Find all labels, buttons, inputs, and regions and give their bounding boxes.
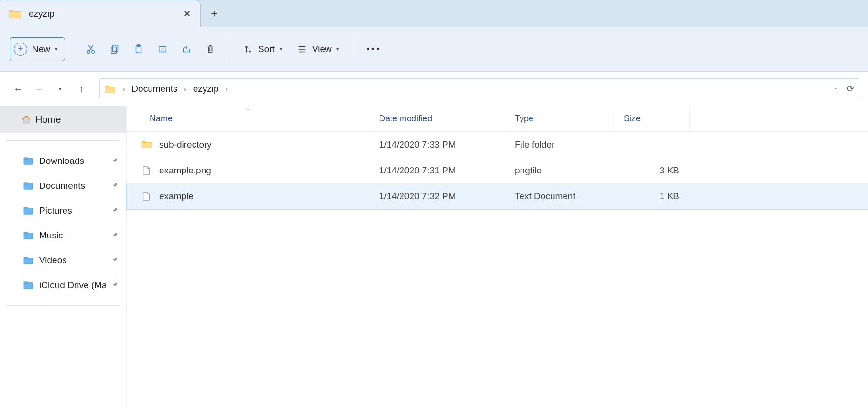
pin-icon[interactable] xyxy=(112,257,119,265)
new-button[interactable]: + New ▾ xyxy=(10,37,65,61)
close-tab-icon[interactable]: ✕ xyxy=(182,9,192,19)
sidebar-home[interactable]: Home xyxy=(0,106,126,133)
toolbar-divider xyxy=(229,38,229,61)
sidebar-item[interactable]: Pictures xyxy=(0,198,126,223)
file-row[interactable]: example.png 1/14/2020 7:31 PM pngfile 3 … xyxy=(127,158,868,183)
refresh-button[interactable]: ⟳ xyxy=(847,84,854,94)
file-row[interactable]: sub-directory 1/14/2020 7:33 PM File fol… xyxy=(127,132,868,158)
column-header-size[interactable]: Size xyxy=(615,106,690,131)
folder-icon xyxy=(23,231,33,240)
share-button[interactable] xyxy=(174,37,198,61)
delete-button[interactable] xyxy=(198,37,222,61)
tab-title: ezyzip xyxy=(29,9,182,19)
file-icon xyxy=(141,191,152,202)
column-header-type[interactable]: Type xyxy=(506,106,615,131)
up-button[interactable]: ↑ xyxy=(72,79,91,98)
more-icon: ••• xyxy=(367,44,381,54)
more-button[interactable]: ••• xyxy=(360,37,388,61)
svg-rect-5 xyxy=(111,47,117,53)
copy-icon xyxy=(109,44,120,54)
file-size: 1 KB xyxy=(615,191,690,202)
pin-icon[interactable] xyxy=(112,157,119,165)
pin-icon[interactable] xyxy=(112,207,119,215)
file-name: example xyxy=(159,191,194,202)
new-tab-button[interactable]: ＋ xyxy=(201,0,228,27)
sidebar-item[interactable]: iCloud Drive (Ma xyxy=(0,273,126,298)
view-icon xyxy=(297,44,307,54)
sidebar-home-label: Home xyxy=(35,114,61,125)
file-type: pngfile xyxy=(506,165,615,176)
file-date: 1/14/2020 7:32 PM xyxy=(370,191,506,202)
sidebar: Home Downloads Documents Pictures Music … xyxy=(0,106,127,408)
sort-label: Sort xyxy=(258,44,275,54)
folder-icon xyxy=(23,256,33,265)
sort-icon xyxy=(243,44,253,54)
share-icon xyxy=(181,44,192,54)
folder-icon xyxy=(23,182,33,190)
copy-button[interactable] xyxy=(103,37,127,61)
plus-circle-icon: + xyxy=(14,43,27,56)
folder-icon xyxy=(9,9,21,19)
paste-button[interactable] xyxy=(127,37,151,61)
back-button[interactable]: ← xyxy=(9,79,28,98)
toolbar-divider xyxy=(353,38,353,61)
file-type: Text Document xyxy=(506,191,615,202)
chevron-right-icon: › xyxy=(121,86,127,93)
folder-icon xyxy=(105,85,115,93)
sidebar-item[interactable]: Documents xyxy=(0,173,126,198)
breadcrumb-bar[interactable]: › Documents › ezyzip › ⌄ ⟳ xyxy=(99,78,859,99)
sidebar-item[interactable]: Videos xyxy=(0,248,126,273)
file-pane: Name ⌃ Date modified Type Size sub-direc… xyxy=(127,106,868,408)
file-icon xyxy=(141,165,152,176)
trash-icon xyxy=(205,44,216,54)
cut-button[interactable] xyxy=(79,37,103,61)
svg-point-2 xyxy=(87,50,90,53)
sidebar-separator xyxy=(6,305,120,306)
nav-row: ← → ▾ ↑ › Documents › ezyzip › ⌄ ⟳ xyxy=(0,72,868,106)
sidebar-item[interactable]: Music xyxy=(0,223,126,248)
file-date: 1/14/2020 7:31 PM xyxy=(370,165,506,176)
pin-icon[interactable] xyxy=(112,281,119,290)
svg-text:A: A xyxy=(161,47,164,52)
rename-icon: A xyxy=(157,44,168,54)
chevron-down-icon: ▾ xyxy=(280,46,282,52)
breadcrumb-ezyzip[interactable]: ezyzip xyxy=(191,84,221,94)
chevron-right-icon: › xyxy=(182,86,188,93)
svg-rect-4 xyxy=(112,45,118,51)
rename-button[interactable]: A xyxy=(151,37,174,61)
home-icon xyxy=(21,114,32,125)
view-button[interactable]: View ▾ xyxy=(290,37,346,61)
sidebar-separator xyxy=(6,140,120,141)
breadcrumb-documents[interactable]: Documents xyxy=(130,84,179,94)
file-name: example.png xyxy=(159,165,211,176)
file-size: 3 KB xyxy=(615,165,690,176)
column-header-date[interactable]: Date modified xyxy=(370,106,506,131)
forward-button[interactable]: → xyxy=(30,79,49,98)
file-date: 1/14/2020 7:33 PM xyxy=(370,140,506,150)
sidebar-item-label: iCloud Drive (Ma xyxy=(39,280,106,290)
file-type: File folder xyxy=(506,140,615,150)
toolbar-divider xyxy=(72,38,72,61)
file-row[interactable]: example 1/14/2020 7:32 PM Text Document … xyxy=(127,183,868,209)
tab-bar: ezyzip ✕ ＋ xyxy=(0,0,868,27)
paste-icon xyxy=(133,44,144,54)
chevron-down-icon[interactable]: ⌄ xyxy=(833,84,838,94)
sidebar-item[interactable]: Downloads xyxy=(0,149,126,173)
folder-icon xyxy=(23,157,33,165)
pin-icon[interactable] xyxy=(112,182,119,190)
sort-button[interactable]: Sort ▾ xyxy=(236,37,289,61)
file-list-header: Name ⌃ Date modified Type Size xyxy=(127,106,868,132)
tab-ezyzip[interactable]: ezyzip ✕ xyxy=(0,0,201,27)
file-name: sub-directory xyxy=(159,140,212,150)
command-bar: + New ▾ A Sort ▾ View ▾ ••• xyxy=(0,27,868,72)
folder-icon xyxy=(23,206,33,215)
sort-caret-icon: ⌃ xyxy=(245,108,250,114)
column-header-name[interactable]: Name ⌃ xyxy=(127,106,370,131)
sidebar-item-label: Downloads xyxy=(39,156,106,166)
chevron-down-icon: ▾ xyxy=(55,46,58,52)
recent-locations-button[interactable]: ▾ xyxy=(51,79,70,98)
pin-icon[interactable] xyxy=(112,232,119,240)
sidebar-item-label: Pictures xyxy=(39,205,106,216)
folder-icon xyxy=(141,140,152,150)
sidebar-item-label: Documents xyxy=(39,181,106,191)
